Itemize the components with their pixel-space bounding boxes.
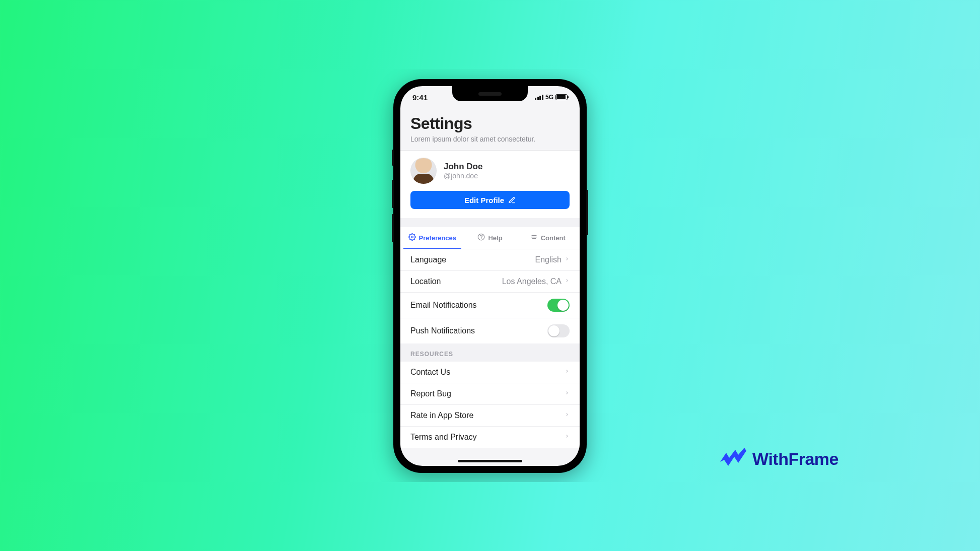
tab-label: Preferences [419, 234, 456, 242]
edit-profile-label: Edit Profile [464, 196, 504, 204]
phone-mockup: 9:41 5G Settings Lorem ipsum dolor sit a… [393, 79, 587, 473]
tabs: Preferences Help Content [400, 227, 580, 249]
cellular-signal-icon [535, 95, 543, 100]
content-icon [530, 233, 538, 242]
chevron-right-icon [565, 255, 570, 264]
row-rate-app-store[interactable]: Rate in App Store [400, 405, 580, 427]
row-report-bug[interactable]: Report Bug [400, 383, 580, 405]
toggle-email-notifications[interactable] [547, 299, 570, 312]
toggle-push-notifications[interactable] [547, 324, 570, 337]
row-label: Push Notifications [410, 326, 475, 335]
avatar[interactable] [410, 158, 437, 184]
group-header-resources: RESOURCES [400, 343, 580, 362]
brand-watermark: WithFrame [719, 448, 838, 470]
notch [452, 86, 528, 101]
row-push-notifications: Push Notifications [400, 318, 580, 343]
brand-logo-icon [719, 448, 747, 470]
page-header: Settings Lorem ipsum dolor sit amet cons… [400, 108, 580, 151]
tab-help[interactable]: Help [461, 227, 519, 249]
row-contact-us[interactable]: Contact Us [400, 362, 580, 383]
row-email-notifications: Email Notifications [400, 293, 580, 318]
chevron-right-icon [565, 411, 570, 420]
phone-screen: 9:41 5G Settings Lorem ipsum dolor sit a… [400, 86, 580, 466]
chevron-right-icon [565, 389, 570, 398]
tab-preferences[interactable]: Preferences [403, 227, 461, 249]
preferences-list: Language English Location Los Angeles, C… [400, 249, 580, 343]
row-label: Language [410, 255, 446, 264]
chevron-right-icon [565, 277, 570, 286]
row-label: Terms and Privacy [410, 433, 477, 442]
home-indicator [458, 460, 522, 462]
row-label: Report Bug [410, 389, 451, 398]
profile-handle: @john.doe [444, 172, 482, 180]
row-label: Rate in App Store [410, 411, 473, 420]
help-icon [477, 233, 485, 242]
status-time: 9:41 [412, 93, 428, 102]
row-label: Location [410, 277, 441, 286]
row-terms-privacy[interactable]: Terms and Privacy [400, 427, 580, 448]
network-type: 5G [545, 94, 553, 101]
page-title: Settings [410, 114, 570, 133]
chevron-right-icon [565, 433, 570, 442]
row-label: Contact Us [410, 368, 450, 377]
resources-list: Contact Us Report Bug Rate in App Store [400, 362, 580, 448]
battery-icon [555, 94, 568, 100]
row-language[interactable]: Language English [400, 249, 580, 271]
row-label: Email Notifications [410, 301, 477, 310]
tab-label: Content [541, 234, 566, 242]
row-location[interactable]: Location Los Angeles, CA [400, 271, 580, 293]
row-value: Los Angeles, CA [502, 277, 562, 286]
tab-label: Help [488, 234, 502, 242]
profile-name: John Doe [444, 162, 482, 172]
chevron-right-icon [565, 368, 570, 377]
page-subtitle: Lorem ipsum dolor sit amet consectetur. [410, 135, 570, 143]
edit-profile-button[interactable]: Edit Profile [410, 191, 570, 209]
row-value: English [535, 255, 562, 264]
tab-content[interactable]: Content [519, 227, 577, 249]
pencil-icon [508, 196, 516, 204]
profile-card: John Doe @john.doe Edit Profile [400, 151, 580, 218]
brand-name: WithFrame [752, 449, 838, 469]
svg-point-0 [411, 236, 413, 238]
gear-icon [408, 233, 416, 242]
